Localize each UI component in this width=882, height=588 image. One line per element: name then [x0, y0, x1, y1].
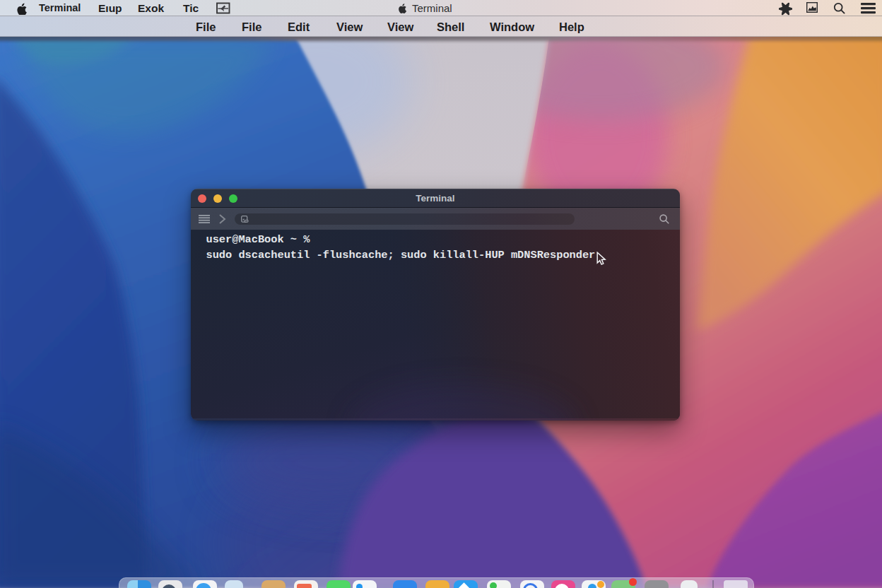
- svg-text:sudo dscacheutil -flushcache;: sudo dscacheutil -flushcache; sudo killa…: [206, 249, 596, 261]
- svg-text:user@MacBook ~ %: user@MacBook ~ %: [206, 233, 311, 246]
